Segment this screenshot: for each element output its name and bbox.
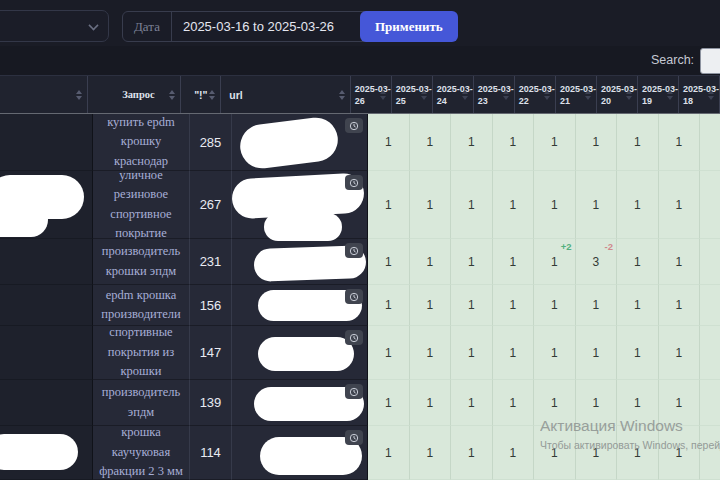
header-cell-date[interactable]: 2025-03-23: [474, 76, 515, 113]
position-value: 1: [675, 255, 682, 269]
position-value: 1: [551, 135, 558, 149]
position-cell: 1: [659, 114, 701, 171]
date-range-input[interactable]: [172, 12, 372, 41]
position-cell: 1: [576, 171, 618, 239]
position-value: 1: [509, 346, 516, 360]
position-cell: 1: [534, 171, 576, 239]
position-cell: 1: [534, 285, 576, 326]
position-value: 1: [634, 135, 641, 149]
search-input[interactable]: [700, 48, 720, 74]
position-value: 1: [385, 298, 392, 312]
position-value: 1: [551, 198, 558, 212]
position-value: 1: [551, 346, 558, 360]
query-link[interactable]: уличное резиновое спортивное покрытие: [99, 166, 183, 244]
apply-button[interactable]: Применить: [360, 11, 458, 42]
url-cell: [232, 239, 368, 285]
position-value: 1: [509, 135, 516, 149]
position-cell-partial: [700, 171, 720, 239]
position-cell: 1: [368, 285, 410, 326]
history-clock-icon[interactable]: [345, 175, 363, 190]
frequency-cell: 114: [190, 426, 232, 480]
query-link[interactable]: производитель крошки эпдм: [99, 242, 183, 281]
position-cell-partial: [700, 326, 720, 380]
position-value: 1: [468, 298, 475, 312]
position-value: 1: [385, 255, 392, 269]
query-link[interactable]: крошка каучуковая фракции 2 3 мм: [99, 423, 183, 480]
query-cell: крошка каучуковая фракции 2 3 мм: [93, 426, 190, 480]
position-value: 1: [468, 198, 475, 212]
sort-icon: [626, 90, 632, 100]
history-clock-icon[interactable]: [345, 384, 363, 399]
header-cell-date[interactable]: 2025-03-22: [515, 76, 556, 113]
history-clock-icon[interactable]: [345, 118, 363, 133]
position-value: 1: [426, 446, 433, 460]
position-cell: 1: [576, 114, 618, 171]
header-cell-date[interactable]: 2025-03-20: [597, 76, 638, 113]
frequency-value: 114: [200, 445, 221, 460]
sort-icon: [209, 90, 215, 100]
frequency-value: 231: [200, 254, 222, 269]
history-clock-icon[interactable]: [345, 430, 363, 445]
history-clock-icon[interactable]: [345, 243, 363, 258]
position-cell: 1: [617, 285, 659, 326]
redaction-blob: [264, 213, 342, 241]
query-cell: купить epdm крошку краснодар: [93, 114, 190, 171]
position-value: 1: [426, 346, 433, 360]
position-cell-partial: [700, 239, 720, 285]
query-link[interactable]: производитель эпдм: [99, 383, 183, 422]
history-clock-icon[interactable]: [345, 330, 363, 345]
position-cell: 1: [410, 380, 452, 426]
position-cell: 1: [451, 239, 493, 285]
position-cell: 1: [659, 171, 701, 239]
position-cell: 1: [493, 426, 535, 480]
history-clock-icon[interactable]: [345, 289, 363, 304]
header-cell-date[interactable]: 2025-03-19: [638, 76, 679, 113]
query-cell: уличное резиновое спортивное покрытие: [93, 171, 190, 239]
header-cell-project[interactable]: [0, 76, 88, 113]
position-cell: 1: [410, 171, 452, 239]
header-cell-date[interactable]: 2025-03-24: [433, 76, 474, 113]
position-cell: 1+2: [534, 239, 576, 285]
position-value: 1: [675, 396, 682, 410]
project-cell: [0, 285, 93, 326]
position-cell: 1: [410, 114, 452, 171]
position-value: 1: [468, 346, 475, 360]
position-value: 1: [468, 446, 475, 460]
header-cell-date[interactable]: 2025-03-18: [679, 76, 720, 113]
position-value: 1: [592, 298, 599, 312]
position-cell: 1: [451, 114, 493, 171]
position-cell: 1: [493, 114, 535, 171]
header-cell-query[interactable]: Запрос: [88, 76, 181, 113]
header-cell-date[interactable]: 2025-03-26: [351, 76, 392, 113]
query-link[interactable]: epdm крошка производители: [99, 286, 183, 325]
frequency-value: 267: [200, 197, 222, 212]
position-cell-partial: [700, 285, 720, 326]
query-link[interactable]: спортивные покрытия из крошки: [99, 323, 183, 381]
table-row: vnyn-уличное резиновое спортивное покрыт…: [0, 171, 720, 239]
query-link[interactable]: купить epdm крошку краснодар: [99, 113, 183, 171]
position-value: 1: [634, 396, 641, 410]
position-value: 1: [551, 255, 558, 269]
date-label: Дата: [123, 12, 172, 41]
sort-icon: [169, 90, 175, 100]
query-cell: производитель крошки эпдм: [93, 239, 190, 285]
sort-icon: [421, 90, 427, 100]
header-cell-date[interactable]: 2025-03-21: [556, 76, 597, 113]
position-value: 1: [468, 396, 475, 410]
filter-select[interactable]: [0, 10, 109, 42]
position-cell: 1: [368, 114, 410, 171]
header-cell-date[interactable]: 2025-03-25: [392, 76, 433, 113]
project-cell: [0, 114, 93, 171]
position-cell: 1: [617, 326, 659, 380]
position-cell: 1: [368, 426, 410, 480]
header-cell-frequency[interactable]: "!": [181, 76, 221, 113]
position-value: 1: [426, 298, 433, 312]
position-cell: 1: [576, 326, 618, 380]
chevron-down-icon: [88, 19, 98, 29]
project-cell: vnyn-: [0, 171, 93, 239]
header-cell-url[interactable]: url: [221, 76, 350, 113]
position-value: 1: [675, 198, 682, 212]
position-delta: +2: [561, 241, 572, 252]
position-value: 1: [426, 135, 433, 149]
frequency-value: 139: [200, 395, 222, 410]
